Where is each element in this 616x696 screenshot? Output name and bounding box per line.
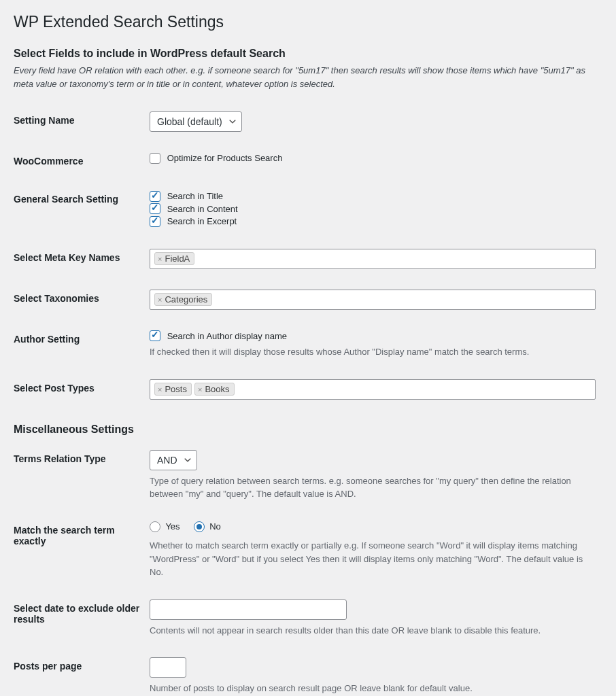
terms-relation-select[interactable]: AND bbox=[150, 450, 197, 470]
woocommerce-checkbox[interactable] bbox=[150, 153, 160, 164]
posts-per-page-input[interactable] bbox=[150, 657, 186, 678]
remove-tag-icon[interactable]: × bbox=[158, 385, 162, 394]
label-posts-per-page: Posts per page bbox=[14, 647, 150, 696]
exact-yes-label: Yes bbox=[165, 521, 179, 532]
remove-tag-icon[interactable]: × bbox=[198, 385, 202, 394]
taxonomy-tag[interactable]: × Categories bbox=[154, 293, 212, 306]
search-title-checkbox[interactable] bbox=[150, 191, 160, 202]
search-title-label: Search in Title bbox=[167, 191, 223, 201]
remove-tag-icon[interactable]: × bbox=[158, 296, 162, 304]
exclude-date-input[interactable] bbox=[150, 599, 347, 620]
exact-yes-radio[interactable] bbox=[150, 521, 160, 532]
exact-no-radio[interactable] bbox=[194, 521, 205, 532]
label-author: Author Setting bbox=[14, 320, 150, 369]
search-content-checkbox[interactable] bbox=[150, 203, 160, 214]
label-woocommerce: WooCommerce bbox=[14, 142, 150, 180]
label-general-search: General Search Setting bbox=[14, 180, 150, 239]
author-checkbox[interactable] bbox=[150, 330, 160, 341]
section-heading-misc: Miscellaneous Settings bbox=[14, 423, 602, 436]
meta-keys-input[interactable]: × FieldA bbox=[150, 249, 596, 269]
author-help-text: If checked then it will display those re… bbox=[150, 345, 596, 359]
post-types-input[interactable]: × Posts × Books bbox=[150, 379, 596, 400]
label-exclude-date: Select date to exclude older results bbox=[14, 589, 150, 648]
section-description: Every field have OR relation with each o… bbox=[14, 64, 602, 90]
exclude-date-help: Contents will not appear in search resul… bbox=[150, 624, 596, 638]
label-setting-name: Setting Name bbox=[14, 101, 150, 142]
label-terms-relation: Terms Relation Type bbox=[14, 440, 150, 511]
remove-tag-icon[interactable]: × bbox=[158, 255, 162, 263]
post-type-tag[interactable]: × Posts bbox=[154, 383, 192, 396]
meta-key-tag[interactable]: × FieldA bbox=[154, 252, 194, 265]
search-excerpt-label: Search in Excerpt bbox=[167, 216, 237, 226]
label-post-types: Select Post Types bbox=[14, 369, 150, 410]
misc-form-table: Terms Relation Type AND Type of query re… bbox=[14, 440, 602, 696]
page-title: WP Extended Search Settings bbox=[14, 7, 602, 34]
post-type-tag[interactable]: × Books bbox=[194, 383, 235, 396]
label-exact-match: Match the search term exactly bbox=[14, 511, 150, 589]
search-excerpt-checkbox[interactable] bbox=[150, 216, 160, 227]
author-option-label: Search in Author display name bbox=[167, 331, 287, 341]
label-meta-keys: Select Meta Key Names bbox=[14, 239, 150, 279]
exact-match-help: Whether to match search term exactly or … bbox=[150, 539, 596, 579]
posts-per-page-help: Number of posts to display on search res… bbox=[150, 682, 596, 695]
settings-form-table: Setting Name Global (default) WooCommerc… bbox=[14, 101, 602, 410]
exact-no-label: No bbox=[209, 521, 221, 532]
section-heading-fields: Select Fields to include in WordPress de… bbox=[14, 48, 602, 60]
search-content-label: Search in Content bbox=[167, 204, 238, 214]
taxonomies-input[interactable]: × Categories bbox=[150, 290, 596, 310]
setting-name-select[interactable]: Global (default) bbox=[150, 111, 242, 132]
woocommerce-option-label: Optimize for Products Search bbox=[167, 153, 283, 163]
label-taxonomies: Select Taxonomies bbox=[14, 279, 150, 320]
terms-relation-help: Type of query relation between search te… bbox=[150, 474, 596, 501]
